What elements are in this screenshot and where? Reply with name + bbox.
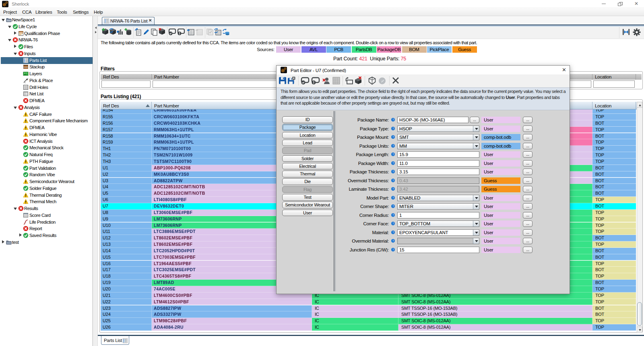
svg-text:?: ? (392, 222, 394, 225)
svg-text:?: ? (392, 187, 394, 190)
svg-text:?: ? (392, 162, 394, 165)
svg-text:?: ? (392, 214, 394, 216)
svg-text:?: ? (392, 153, 394, 156)
svg-text:?: ? (392, 170, 394, 173)
svg-text:?: ? (392, 239, 394, 242)
svg-text:?: ? (392, 179, 394, 182)
svg-text:?: ? (392, 127, 394, 130)
svg-text:?: ? (392, 248, 394, 251)
svg-text:?: ? (392, 144, 394, 147)
svg-text:?: ? (392, 196, 394, 199)
svg-text:?: ? (392, 205, 394, 208)
svg-text:?: ? (392, 231, 394, 234)
svg-text:?: ? (392, 136, 394, 138)
svg-text:?: ? (392, 118, 394, 121)
